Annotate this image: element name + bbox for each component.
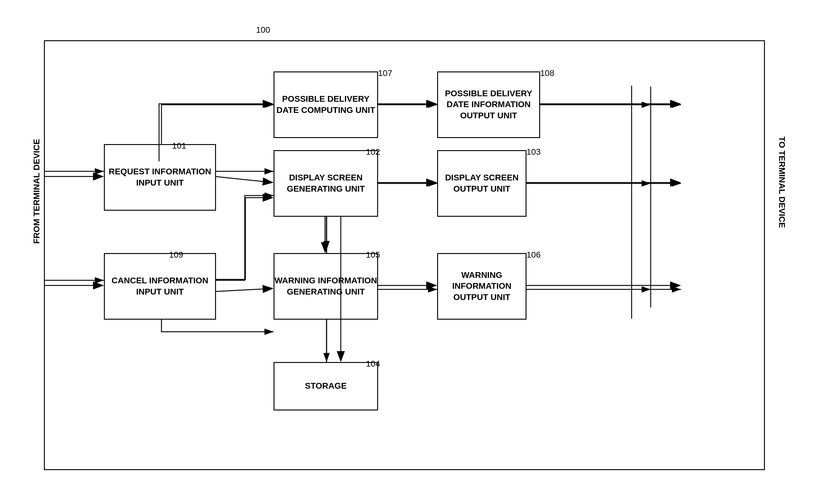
possible-delivery-computing-block: POSSIBLE DELIVERY DATE COMPUTING UNIT	[274, 71, 378, 138]
ref-101: 101	[172, 141, 186, 151]
cancel-info-input-block: CANCEL INFORMATION INPUT UNIT	[104, 253, 216, 320]
outer-box: POSSIBLE DELIVERY DATE COMPUTING UNIT 10…	[44, 40, 765, 470]
storage-block: STORAGE	[274, 362, 378, 410]
warning-info-output-block: WARNING INFORMATION OUTPUT UNIT	[437, 253, 527, 320]
ref-103: 103	[527, 147, 541, 157]
display-screen-output-block: DISPLAY SCREEN OUTPUT UNIT	[437, 150, 527, 217]
display-screen-generating-block: DISPLAY SCREEN GENERATING UNIT	[274, 150, 378, 217]
ref-105: 105	[366, 250, 380, 260]
ref-106: 106	[527, 250, 541, 260]
ref-104: 104	[366, 359, 380, 369]
ref-107: 107	[378, 68, 392, 78]
ref-108: 108	[540, 68, 554, 78]
from-terminal-label: FROM TERMINAL DEVICE	[32, 138, 42, 243]
warning-info-generating-block: WARNING INFORMATION GENERATING UNIT	[274, 253, 378, 320]
ref-109: 109	[169, 250, 183, 260]
ref-102: 102	[366, 147, 380, 157]
possible-delivery-output-block: POSSIBLE DELIVERY DATE INFORMATION OUTPU…	[437, 71, 540, 138]
ref-100: 100	[256, 25, 270, 35]
diagram-container: 100	[20, 16, 807, 488]
to-terminal-label: TO TERMINAL DEVICE	[777, 136, 787, 228]
request-info-input-block: REQUEST INFORMATION INPUT UNIT	[104, 144, 216, 211]
